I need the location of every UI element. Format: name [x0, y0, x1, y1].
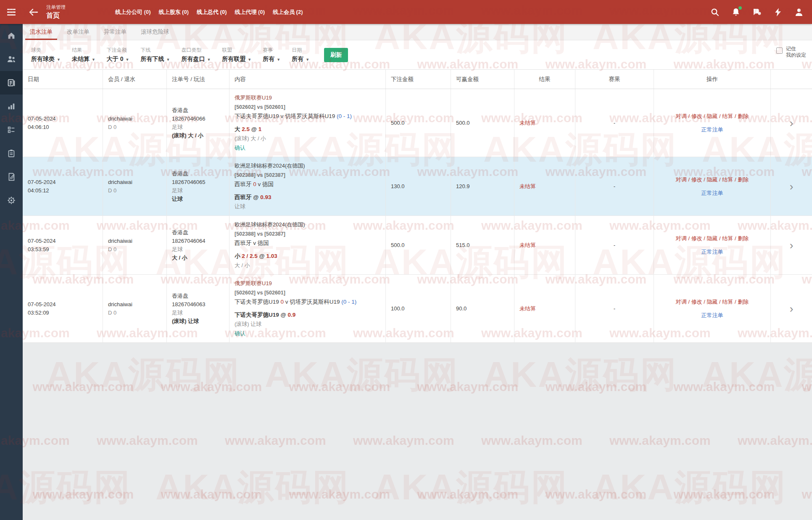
- action-swap[interactable]: 对调: [676, 235, 687, 242]
- member-rebate: D 0: [108, 309, 161, 317]
- action-hide[interactable]: 隐藏: [707, 176, 718, 183]
- action-modify[interactable]: 修改: [691, 299, 702, 305]
- action-hide[interactable]: 隐藏: [707, 235, 718, 242]
- sidebar-item-records[interactable]: [0, 165, 23, 189]
- cell-win-amount: 90.0: [451, 275, 514, 342]
- play-type: 让球: [172, 195, 224, 203]
- normal-bet-link[interactable]: 正常注单: [701, 248, 723, 256]
- action-settle[interactable]: 结算: [722, 113, 733, 119]
- action-modify[interactable]: 修改: [691, 113, 702, 119]
- search-icon[interactable]: [710, 8, 720, 17]
- col-member-rebate: 会员 / 退水: [103, 70, 167, 89]
- messages-chat-icon[interactable]: [752, 8, 762, 17]
- win-amount-value: 500.0: [456, 119, 509, 127]
- action-delete[interactable]: 删除: [738, 235, 749, 242]
- action-delete[interactable]: 删除: [738, 299, 749, 305]
- action-swap[interactable]: 对调: [676, 113, 687, 119]
- users-icon: [6, 55, 16, 64]
- market-type: 香港盘: [172, 106, 224, 115]
- filter-result[interactable]: 结果 未结算▼: [72, 47, 95, 63]
- cell-member: drichaiwai D 0: [103, 157, 167, 215]
- action-swap[interactable]: 对调: [676, 299, 687, 305]
- sidebar-item-bet-orders[interactable]: [0, 71, 23, 95]
- filter-bar: 球类 所有球类▼ 结果 未结算▼ 下注金额 大于 0▼ 下线 所有下线▼ 盘口类…: [23, 40, 812, 70]
- sidebar-item-stats[interactable]: [0, 95, 23, 118]
- filter-downline[interactable]: 下线 所有下线▼: [140, 47, 170, 63]
- account-user-icon[interactable]: [794, 8, 804, 17]
- nav-online-branch[interactable]: 线上分公司 (0): [115, 8, 151, 16]
- chevron-down-icon: ▼: [277, 58, 280, 62]
- tab-live-danger-ball[interactable]: 滚球危险球: [134, 24, 177, 40]
- tab-abnormal-bets[interactable]: 异常注单: [97, 24, 134, 40]
- member-rebate: D 0: [108, 186, 161, 195]
- chevron-down-icon: ▼: [207, 58, 211, 62]
- bet-amount-value: 100.0: [391, 305, 446, 313]
- bet-date: 07-05-2024: [28, 178, 98, 186]
- nav-online-shareholder[interactable]: 线上股东 (0): [159, 8, 189, 16]
- confirm-link[interactable]: 确认: [235, 143, 380, 152]
- action-settle[interactable]: 结算: [722, 176, 733, 183]
- cell-expand: ›: [771, 216, 812, 274]
- nav-online-member[interactable]: 线上会员 (2): [273, 8, 303, 16]
- col-date: 日期: [23, 70, 103, 89]
- action-settle[interactable]: 结算: [722, 299, 733, 305]
- member-rebate: D 0: [108, 123, 161, 131]
- sidebar-item-home[interactable]: [0, 24, 23, 47]
- filter-market-type[interactable]: 盘口类型 所有盘口▼: [181, 47, 211, 63]
- action-delete[interactable]: 删除: [738, 113, 749, 119]
- normal-bet-link[interactable]: 正常注单: [701, 126, 723, 134]
- filter-league[interactable]: 联盟 所有联盟▼: [222, 47, 251, 63]
- normal-bet-link[interactable]: 正常注单: [701, 312, 723, 319]
- back-arrow-icon[interactable]: [26, 0, 41, 24]
- nav-online-agent[interactable]: 线上代理 (0): [235, 8, 265, 16]
- cell-win-amount: 120.9: [451, 157, 514, 215]
- market-type: 香港盘: [172, 170, 224, 178]
- cell-ticket: 香港盘 18267046064 足球 大 / 小: [167, 216, 229, 274]
- table-row: 07-05-2024 04:06:10 drichaiwai D 0 香港盘 1…: [23, 89, 812, 157]
- chevron-down-icon: ▼: [306, 58, 309, 62]
- cell-bet-amount: 500.0: [386, 216, 451, 274]
- action-swap[interactable]: 对调: [676, 176, 687, 183]
- cell-expand: ›: [771, 89, 812, 157]
- action-modify[interactable]: 修改: [691, 176, 702, 183]
- nav-online-master-agent[interactable]: 线上总代 (0): [197, 8, 227, 16]
- cell-date: 07-05-2024 04:05:12: [23, 157, 103, 215]
- menu-icon[interactable]: [0, 0, 23, 24]
- sidebar-item-modules[interactable]: [0, 118, 23, 142]
- action-hide[interactable]: 隐藏: [707, 113, 718, 119]
- cell-win-amount: 500.0: [451, 89, 514, 157]
- league-name: 欧洲足球锦标赛2024(在德国): [235, 161, 380, 171]
- tab-flow-bets[interactable]: 流水注单: [23, 24, 60, 40]
- filter-bet-amount[interactable]: 下注金额 大于 0▼: [107, 47, 129, 63]
- match-result-value: -: [614, 119, 615, 127]
- chevron-right-icon[interactable]: ›: [790, 119, 794, 127]
- sidebar-item-members[interactable]: [0, 47, 23, 71]
- cell-actions: 对调 / 修改 / 隐藏 / 结算 / 删除 正常注单: [654, 157, 771, 215]
- result-status: 未结算: [519, 119, 570, 127]
- remember-checkbox[interactable]: [776, 47, 783, 54]
- filter-sport[interactable]: 球类 所有球类▼: [31, 47, 61, 63]
- normal-bet-link[interactable]: 正常注单: [701, 189, 723, 197]
- confirm-link[interactable]: 确认: [235, 329, 380, 338]
- action-modify[interactable]: 修改: [691, 235, 702, 242]
- chevron-right-icon[interactable]: ›: [790, 182, 794, 191]
- chevron-right-icon[interactable]: ›: [790, 305, 794, 313]
- sidebar-item-settings[interactable]: [0, 189, 23, 212]
- report-edit-icon: [7, 172, 16, 181]
- table-row: 07-05-2024 03:53:59 drichaiwai D 0 香港盘 1…: [23, 216, 812, 275]
- refresh-button[interactable]: 刷新: [324, 48, 348, 62]
- chevron-right-icon[interactable]: ›: [790, 241, 794, 249]
- action-settle[interactable]: 结算: [722, 235, 733, 242]
- sport-type: 足球: [172, 309, 224, 317]
- notifications-bell-icon[interactable]: [731, 8, 741, 17]
- col-bet-amount: 下注金额: [386, 70, 451, 89]
- filter-date[interactable]: 日期 所有▼: [292, 47, 309, 63]
- action-hide[interactable]: 隐藏: [707, 299, 718, 305]
- tab-modified-bets[interactable]: 改单注单: [60, 24, 97, 40]
- quick-actions-bolt-icon[interactable]: [773, 8, 783, 17]
- sidebar-item-tasks[interactable]: [0, 142, 23, 165]
- bet-number: 18267046065: [172, 178, 224, 186]
- action-delete[interactable]: 删除: [738, 176, 749, 183]
- title-block: 注单管理 首页: [46, 4, 66, 20]
- filter-match[interactable]: 赛事 所有▼: [263, 47, 280, 63]
